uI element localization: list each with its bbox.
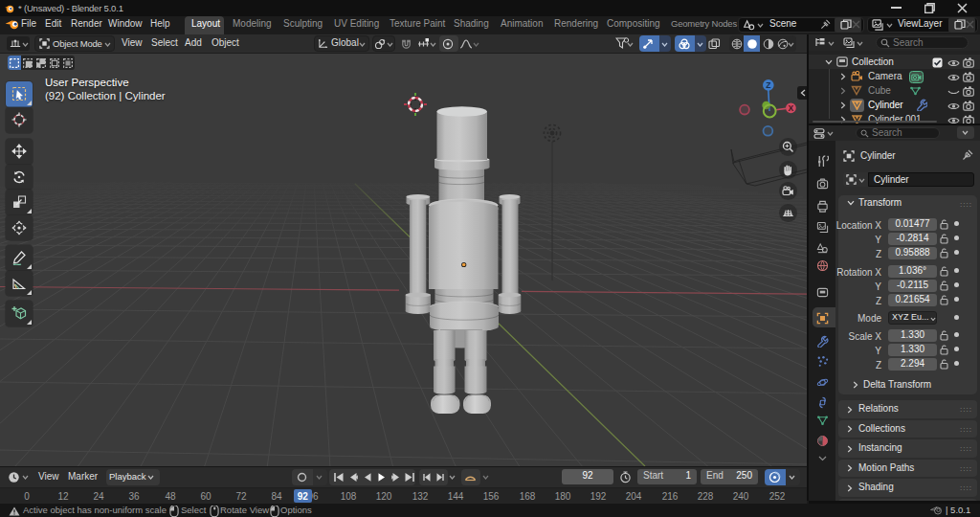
svg-text:X: X [789,103,794,113]
svg-text:Z: Z [766,80,770,90]
